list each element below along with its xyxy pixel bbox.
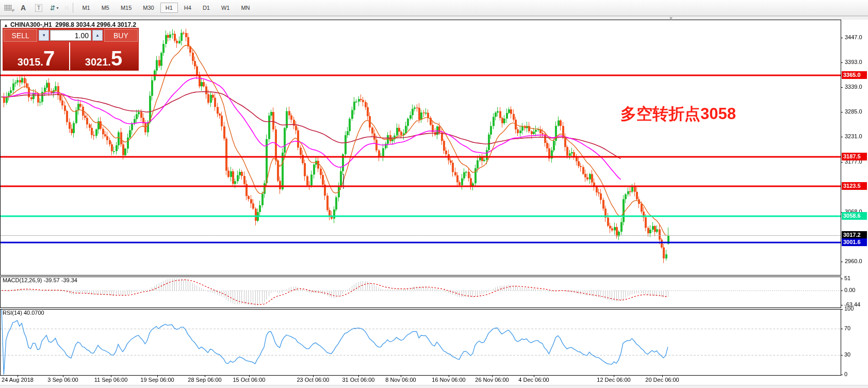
- time-axis-label: 12 Dec 06:00: [588, 377, 640, 383]
- buy-button[interactable]: BUY: [104, 29, 138, 42]
- timeframe-button-group: M1M5M15M30H1H4D1W1MN: [76, 3, 255, 13]
- rsi-axis-tick: 0: [844, 371, 847, 377]
- timeframe-button-m5[interactable]: M5: [96, 3, 114, 13]
- trade-panel-price-row: 3015.7 3021.5: [3, 42, 138, 70]
- buy-price-big-digit: 5: [111, 50, 122, 67]
- letter-a-icon: A: [21, 4, 26, 12]
- rsi-axis-tick: 100: [844, 305, 854, 312]
- time-axis-label: 20 Dec 06:00: [636, 377, 688, 383]
- time-axis-label: 11 Sep 06:00: [85, 377, 137, 383]
- volume-up-button[interactable]: ▲: [92, 30, 103, 41]
- price-axis-tick: 2960.0: [845, 258, 862, 264]
- price-level-tag: 3123.5: [842, 182, 867, 190]
- rsi-axis-tick: 30: [844, 351, 850, 358]
- toolbar-drag-handle[interactable]: ∷: [65, 5, 68, 11]
- chart-shift-marker-icon[interactable]: ▼: [668, 16, 674, 21]
- macd-indicator-label: MACD(12,26,9) -39.57 -39.34: [3, 277, 77, 283]
- price-level-tag: 3365.0: [842, 71, 867, 79]
- letter-t-icon: T: [35, 4, 43, 12]
- price-axis-tick: 3285.0: [845, 108, 862, 115]
- textbox-icon[interactable]: T: [32, 2, 45, 14]
- timeframe-button-m15[interactable]: M15: [116, 3, 137, 13]
- timeframe-button-h4[interactable]: H4: [179, 3, 196, 13]
- price-axis-tick: 3393.0: [845, 59, 862, 65]
- time-axis-label: 19 Sep 06:00: [132, 377, 183, 383]
- timeframe-button-mn[interactable]: MN: [236, 3, 255, 13]
- price-axis-tick: 3447.0: [845, 34, 862, 40]
- rsi-indicator-label: RSI(14) 40.0700: [3, 310, 44, 316]
- ohlc-values: 2998.8 3034.4 2996.4 3017.2: [55, 21, 136, 28]
- status-strip: [0, 385, 868, 388]
- horizontal-scrollbar[interactable]: [0, 16, 868, 20]
- macd-axis-tick: 51: [844, 275, 850, 281]
- top-toolbar: F A T ⇵ ▾ ∷ M1M5M15M30H1H4D1W1MN: [0, 0, 868, 16]
- time-axis-label: 15 Oct 06:00: [223, 377, 275, 383]
- time-axis-label: 3 Sep 06:00: [37, 377, 89, 383]
- rsi-axis-tick: 70: [844, 325, 850, 331]
- timeframe-button-w1[interactable]: W1: [216, 3, 235, 13]
- text-label-icon[interactable]: A: [17, 2, 30, 14]
- sell-price-big-digit: 7: [43, 50, 55, 67]
- arrow-objects-icon: ⇵: [50, 4, 56, 12]
- chart-title: ▲CHINA300-,H1 2998.8 3034.4 2996.4 3017.…: [4, 21, 136, 28]
- toolbar-separator: [73, 3, 73, 13]
- chevron-down-icon: ▾: [56, 6, 58, 10]
- buy-price-main: 3021: [85, 57, 108, 67]
- price-level-tag: 3017.2: [842, 231, 867, 239]
- time-axis-label: 23 Oct 06:00: [287, 377, 339, 383]
- symbols-grid-icon[interactable]: F: [1, 2, 14, 14]
- volume-input[interactable]: [50, 30, 91, 41]
- price-axis-tick: 3339.0: [845, 84, 862, 90]
- sell-price[interactable]: 3015.7: [3, 42, 70, 70]
- timeframe-button-d1[interactable]: D1: [198, 3, 215, 13]
- mt4-chart-window: F A T ⇵ ▾ ∷ M1M5M15M30H1H4D1W1MN ▼ ▲CHIN…: [0, 0, 868, 388]
- time-axis-label: 28 Sep 06:00: [179, 377, 231, 383]
- symbol-period-label: CHINA300-,H1: [10, 21, 52, 28]
- sell-price-main: 3015: [18, 57, 41, 67]
- price-axis-tick: 3231.0: [845, 133, 862, 139]
- one-click-trading-panel: SELL ▼ ▲ BUY 3015.7 3021.5: [3, 28, 138, 70]
- buy-price[interactable]: 3021.5: [70, 42, 137, 70]
- arrow-objects-button[interactable]: ⇵ ▾: [47, 2, 61, 14]
- price-level-tag: 3001.6: [842, 238, 867, 246]
- timeframe-button-h1[interactable]: H1: [160, 3, 178, 13]
- price-level-tag: 3187.5: [842, 153, 867, 160]
- collapse-triangle-icon[interactable]: ▲: [4, 23, 8, 28]
- timeframe-button-m30[interactable]: M30: [138, 3, 159, 13]
- price-level-tag: 3058.6: [842, 212, 867, 220]
- volume-dropdown-button[interactable]: ▼: [39, 30, 49, 41]
- sell-button[interactable]: SELL: [4, 29, 37, 42]
- trade-panel-top-row: SELL ▼ ▲ BUY: [3, 28, 138, 42]
- timeframe-button-m1[interactable]: M1: [77, 3, 95, 13]
- time-axis-label: 8 Nov 06:00: [375, 377, 427, 383]
- grid-glyph-icon: F: [4, 5, 12, 11]
- time-axis-label: 4 Dec 06:00: [508, 377, 560, 383]
- chart-annotation-text: 多空转折点3058: [620, 103, 736, 125]
- macd-axis-tick: 0.00: [844, 287, 855, 293]
